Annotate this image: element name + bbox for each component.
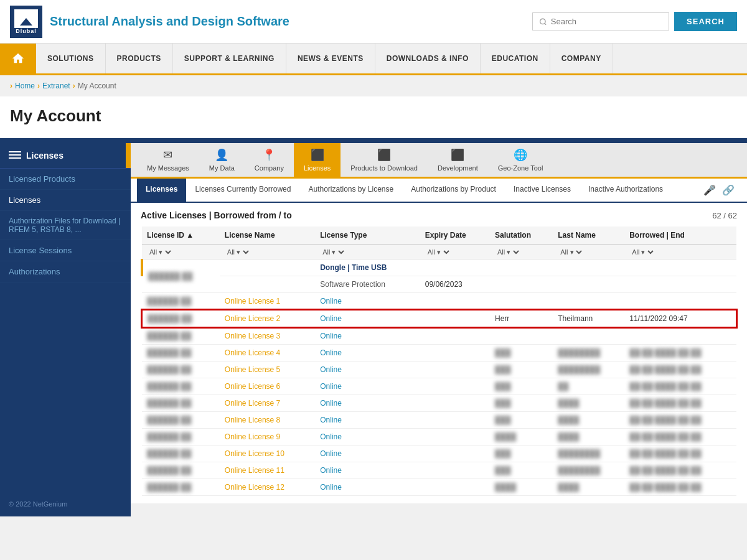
cell-salutation (490, 293, 553, 310)
cell-borrowed: ██/██/████ ██:██ (624, 429, 736, 446)
license-tab-borrowed[interactable]: Licenses Currently Borrowed (186, 179, 299, 202)
cell-type: Dongle | Time USB (315, 259, 420, 276)
table-count: 62 / 62 (712, 211, 737, 220)
tab-my-messages-label: My Messages (147, 164, 189, 172)
table-row[interactable]: ██████ ██ Online License 1 Online (142, 293, 736, 310)
licenses-icon (9, 151, 21, 160)
table-row-highlighted[interactable]: ██████ ██ Online License 2 Online Herr T… (142, 310, 736, 327)
cell-type: Online (315, 327, 420, 345)
nav-item-downloads[interactable]: DOWNLOADS & INFO (375, 44, 481, 73)
cell-borrowed: ██/██/████ ██:██ (624, 362, 736, 378)
filter-lastname[interactable]: All ▾ (558, 248, 584, 256)
table-row[interactable]: ██████ ██ Online License 9 Online ████ █… (142, 429, 736, 446)
license-tab-licenses[interactable]: Licenses (137, 179, 186, 202)
cell-type: Online (315, 479, 420, 496)
header: Dlubal Structural Analysis and Design So… (0, 0, 747, 44)
license-tab-auth-by-license[interactable]: Authorizations by License (299, 179, 402, 202)
logo[interactable]: Dlubal Structural Analysis and Design So… (10, 6, 289, 38)
nav-home-button[interactable] (0, 44, 36, 73)
tab-company[interactable]: 📍 Company (245, 143, 294, 177)
breadcrumb-home[interactable]: Home (15, 82, 35, 90)
cell-expiry (420, 429, 490, 446)
cell-id: ██████ ██ (142, 412, 220, 429)
cell-type: Online (315, 395, 420, 412)
tab-geo-zone[interactable]: 🌐 Geo-Zone Tool (488, 143, 553, 177)
cell-id: ██████ ██ (142, 429, 220, 446)
sidebar: Licenses Licensed Products Licenses Auth… (0, 143, 131, 516)
filter-salutation[interactable]: All ▾ (495, 248, 521, 256)
filter-name[interactable]: All ▾ (225, 248, 251, 256)
license-tab-inactive[interactable]: Inactive Licenses (505, 179, 580, 202)
tab-development-label: Development (438, 164, 478, 172)
search-input[interactable] (551, 17, 662, 26)
table-row[interactable]: ██████ ██ Online License 3 Online (142, 327, 736, 345)
table-row[interactable]: ██████ ██ Online License 10 Online ███ █… (142, 446, 736, 462)
development-icon: ⬛ (451, 148, 464, 162)
nav-item-solutions[interactable]: SOLUTIONS (36, 44, 106, 73)
tab-licenses[interactable]: ⬛ Licenses (294, 143, 341, 177)
table-row[interactable]: ██████ ██ Online License 7 Online ███ ██… (142, 395, 736, 412)
page-title-area: My Account (0, 96, 747, 138)
table-row[interactable]: ██████ ██ Dongle | Time USB (142, 259, 736, 276)
tab-products-download[interactable]: ⬛ Products to Download (341, 143, 428, 177)
cell-name: Online License 8 (220, 412, 315, 429)
cell-borrowed: ██/██/████ ██:██ (624, 412, 736, 429)
cell-borrowed (624, 259, 736, 276)
cell-expiry (420, 378, 490, 395)
nav-item-news[interactable]: NEWS & EVENTS (286, 44, 375, 73)
sidebar-item-licenses[interactable]: Licenses (0, 190, 131, 211)
company-icon: 📍 (262, 148, 276, 162)
cell-salutation: ███ (490, 378, 553, 395)
filter-type[interactable]: All ▾ (320, 248, 346, 256)
cell-expiry (420, 259, 490, 276)
table-row[interactable]: ██████ ██ Online License 5 Online ███ ██… (142, 362, 736, 378)
cell-id: ██████ ██ (142, 293, 220, 310)
sidebar-item-authorizations[interactable]: Authorizations (0, 261, 131, 282)
sidebar-item-auth-files[interactable]: Authorization Files for Download | RFEM … (0, 211, 131, 240)
tab-development[interactable]: ⬛ Development (428, 143, 488, 177)
sidebar-item-license-sessions[interactable]: License Sessions (0, 240, 131, 261)
cell-id: ██████ ██ (142, 327, 220, 345)
table-header-row: Active Licenses | Borrowed from / to 62 … (141, 210, 737, 220)
account-tabs: ✉ My Messages 👤 My Data 📍 Company ⬛ Lice… (131, 143, 747, 179)
tab-licenses-label: Licenses (304, 164, 331, 172)
tab-my-messages[interactable]: ✉ My Messages (137, 143, 199, 177)
nav-item-company[interactable]: COMPANY (550, 44, 613, 73)
cell-expiry (420, 327, 490, 345)
products-download-icon: ⬛ (377, 148, 391, 162)
link-icon[interactable]: 🔗 (722, 184, 735, 196)
table-row[interactable]: ██████ ██ Online License 11 Online ███ █… (142, 462, 736, 479)
filter-id[interactable]: All ▾ (147, 248, 173, 256)
cell-salutation (490, 327, 553, 345)
license-tab-auth-by-product[interactable]: Authorizations by Product (402, 179, 505, 202)
search-button[interactable]: SEARCH (674, 12, 737, 31)
col-license-name: License Name (220, 226, 315, 245)
table-row[interactable]: Software Protection 09/06/2023 (142, 276, 736, 293)
sidebar-menu: Licensed Products Licenses Authorization… (0, 169, 131, 282)
cell-borrowed: 11/11/2022 09:47 (624, 310, 736, 327)
nav-item-education[interactable]: EDUCATION (481, 44, 550, 73)
license-tab-inactive-auth[interactable]: Inactive Authorizations (580, 179, 672, 202)
filter-borrowed[interactable]: All ▾ (629, 248, 655, 256)
mic-icon[interactable]: 🎤 (703, 184, 716, 196)
tab-my-data[interactable]: 👤 My Data (199, 143, 245, 177)
main-area: Licenses Licensed Products Licenses Auth… (0, 143, 747, 516)
sidebar-item-licensed-products[interactable]: Licensed Products (0, 169, 131, 190)
logo-label: Dlubal (16, 28, 37, 34)
col-last-name: Last Name (553, 226, 624, 245)
sidebar-orange-accent (126, 143, 131, 168)
table-row[interactable]: ██████ ██ Online License 12 Online ████ … (142, 479, 736, 496)
breadcrumb-extranet[interactable]: Extranet (42, 82, 70, 90)
nav-item-products[interactable]: PRODUCTS (106, 44, 173, 73)
nav-item-support[interactable]: SUPPORT & LEARNING (173, 44, 286, 73)
cell-id: ██████ ██ (142, 446, 220, 462)
table-row[interactable]: ██████ ██ Online License 8 Online ███ ██… (142, 412, 736, 429)
filter-expiry[interactable]: All ▾ (425, 248, 451, 256)
cell-salutation: ███ (490, 395, 553, 412)
cell-borrowed (624, 327, 736, 345)
cell-lastname: ████ (553, 412, 624, 429)
search-input-wrap[interactable] (532, 12, 669, 30)
table-row[interactable]: ██████ ██ Online License 6 Online ███ ██… (142, 378, 736, 395)
table-row[interactable]: ██████ ██ Online License 4 Online ███ ██… (142, 345, 736, 362)
cell-name: Online License 10 (220, 446, 315, 462)
